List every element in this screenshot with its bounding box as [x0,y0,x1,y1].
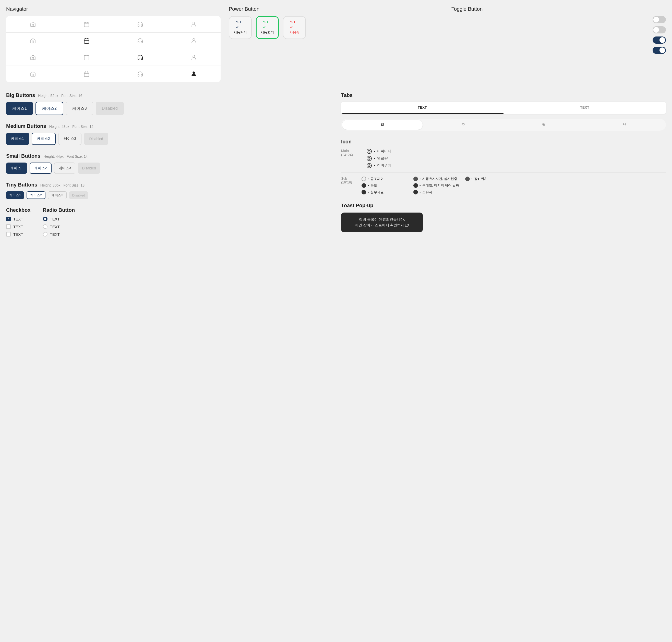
medium-btn-ghost[interactable]: 케이스3 [58,133,82,145]
tab-date-1[interactable]: 일 [342,120,422,130]
checkbox-3[interactable] [6,232,11,236]
home-icon [30,21,36,27]
power-btn-using-label: 사용중 [290,30,300,35]
toggle-thumb-2 [654,27,659,33]
main-icon-row-3: • 정비위치 [367,163,391,168]
tiny-buttons-fontsize: Font Size: 13 [63,183,85,187]
sub-icon-dot-3 [362,190,366,194]
tiny-btn-ghost[interactable]: 케이스3 [48,191,66,199]
checkbox-1[interactable]: ✓ [6,217,11,221]
medium-btn-disabled: Disabled [84,133,108,145]
main-icon-text-1: 아워미터 [377,149,391,154]
nav-cell-headphones-4[interactable] [113,66,167,82]
navigator-panel [6,16,220,82]
nav-cell-headphones-3[interactable] [113,49,167,66]
nav-cell-person-2[interactable] [167,33,220,49]
medium-btn-primary[interactable]: 케이스1 [6,133,29,145]
toggle-3[interactable] [652,37,666,44]
home-icon [30,54,36,61]
tiny-buttons-height: Height: 30px [40,183,61,187]
power-btn-on-label: 시동끄기 [261,30,274,35]
medium-buttons-title: Medium Buttons [6,123,46,129]
sub-icon-text-3: 첨부파일 [370,190,384,194]
toggle-2[interactable] [652,26,666,34]
nav-cell-calendar-1[interactable] [60,16,113,33]
big-btn-ghost[interactable]: 케이스3 [66,102,93,115]
nav-row-4 [6,66,220,82]
nav-cell-calendar-2[interactable] [60,33,113,49]
nav-cell-home-2[interactable] [6,33,60,49]
svg-point-9 [193,39,195,41]
nav-cell-headphones-1[interactable] [113,16,167,33]
nav-cell-headphones-2[interactable] [113,33,167,49]
sub-icon-text-7: 장비위치 [474,177,487,181]
bullet: • [419,190,421,194]
tiny-btn-disabled: Disabled [69,191,88,199]
home-icon [30,38,36,44]
power-buttons-container: 시동켜기 시동끄기 사용중 [229,16,443,39]
small-buttons-height: Height: 44px [43,154,64,158]
medium-buttons-row: 케이스1 케이스2 케이스3 Disabled [6,133,331,145]
tab-text-2[interactable]: TEXT [504,102,666,114]
power-btn-on[interactable]: 시동끄기 [256,16,279,39]
bullet: • [368,184,369,188]
big-buttons-row: 케이스1 케이스2 케이스3 Disabled [6,102,331,115]
radio-3[interactable] [43,232,48,236]
sub-icon-dot-7 [465,177,470,181]
nav-cell-home-3[interactable] [6,49,60,66]
toggle-1[interactable] [652,16,666,23]
power-btn-using[interactable]: 사용중 [283,16,306,39]
radio-section: Radio Button TEXT TEXT TEXT [43,207,75,240]
tab-text-1[interactable]: TEXT [341,102,504,114]
nav-cell-calendar-3[interactable] [60,49,113,66]
bullet: • [368,190,369,194]
checkbox-2[interactable] [6,224,11,229]
calendar-icon [84,71,90,77]
calendar-icon [84,54,90,61]
sub-icon-dot-5 [413,183,418,188]
sub-icon-row-6: • 소유자 [413,190,459,194]
small-btn-outline[interactable]: 케이스2 [30,163,52,174]
checkbox-item-1: ✓ TEXT [6,217,30,221]
toggle-4[interactable] [652,47,666,54]
checkbox-title: Checkbox [6,207,30,213]
small-btn-primary[interactable]: 케이스1 [6,163,27,174]
big-btn-primary[interactable]: 케이스1 [6,102,33,115]
nav-row-2 [6,33,220,49]
main-icon-dot-1 [367,149,372,154]
toast-section: Toast Pop-up 장비 등록이 완료되었습니다. 메인 장비 리스트에서… [341,203,666,232]
small-btn-ghost[interactable]: 케이스3 [54,163,76,174]
power-btn-off[interactable]: 시동켜기 [229,16,252,39]
bullet-separator: • [374,164,375,168]
nav-cell-home-4[interactable] [6,66,60,82]
svg-point-4 [193,22,195,24]
radio-item-3: TEXT [43,232,75,236]
nav-cell-person-4[interactable] [167,66,220,82]
headphones-icon [137,21,143,27]
icon-section-title: Icon [341,139,666,145]
tab-date-2[interactable]: 주 [423,120,504,130]
sub-icon-dot-2 [362,183,366,188]
medium-buttons-fontsize: Font Size: 14 [72,125,93,129]
main-icon-row-2: • 연료량 [367,156,391,161]
radio-dot-1 [44,218,46,220]
radio-2[interactable] [43,224,48,229]
checkbox-label-3: TEXT [13,232,23,236]
nav-cell-person-3[interactable] [167,49,220,66]
tiny-btn-primary[interactable]: 케이스1 [6,191,24,199]
svg-rect-10 [84,55,89,60]
tiny-btn-outline[interactable]: 케이스2 [27,191,46,199]
nav-row-1 [6,16,220,33]
nav-cell-calendar-4[interactable] [60,66,113,82]
sub-icon-text-5: 구매일, 마지막 제어 날짜 [422,183,459,188]
nav-cell-home-1[interactable] [6,16,60,33]
tab-date-3[interactable]: 월 [504,120,584,130]
radio-1[interactable] [43,217,48,221]
medium-btn-outline[interactable]: 케이스2 [31,133,56,145]
big-btn-disabled: Disabled [96,102,124,115]
nav-cell-person-1[interactable] [167,16,220,33]
tab-date-4[interactable]: 년 [585,120,665,130]
radio-label-1: TEXT [50,217,60,221]
big-btn-outline[interactable]: 케이스2 [36,102,63,115]
sub-icon-dot-6 [413,190,418,194]
